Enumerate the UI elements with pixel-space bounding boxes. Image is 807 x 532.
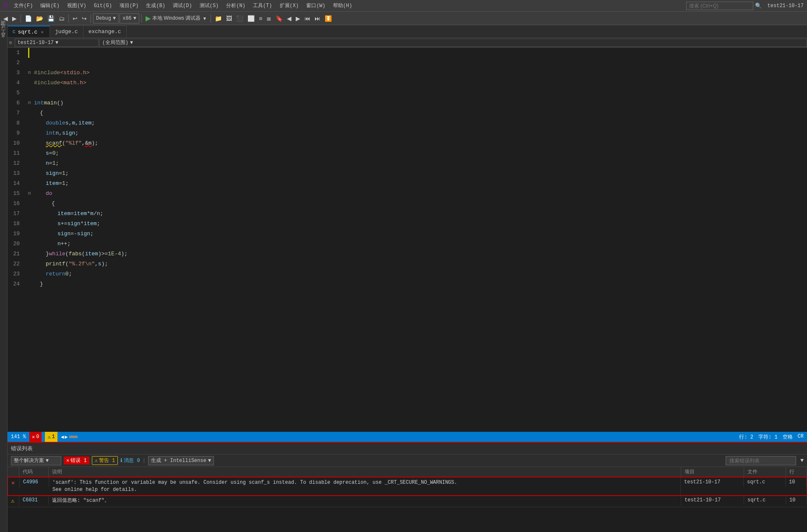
tab-judge-c[interactable]: judge.c bbox=[50, 26, 83, 37]
menu-view[interactable]: 视图(V) bbox=[64, 1, 90, 10]
sidebar-tab-tools[interactable]: 工 bbox=[0, 35, 8, 39]
error-row-2-code: C6031 bbox=[19, 496, 49, 505]
col-header-code[interactable]: 代码 bbox=[19, 467, 49, 477]
error-row-1[interactable]: ✕ C4996 'scanf': This function or variab… bbox=[8, 477, 807, 496]
line-19-eq: = bbox=[70, 229, 74, 239]
line-21-p1: ( bbox=[65, 249, 69, 259]
status-warning-count[interactable]: ⚠ 1 bbox=[45, 432, 57, 442]
line-14-semi: ; bbox=[65, 179, 69, 189]
menu-help[interactable]: 帮助(H) bbox=[330, 1, 356, 10]
scope-left-dropdown[interactable]: test21-10-17 ▼ bbox=[15, 39, 99, 47]
line-13-eq: = bbox=[59, 169, 62, 179]
menu-test[interactable]: 测试(S) bbox=[196, 1, 222, 10]
back-btn[interactable]: ◀ bbox=[2, 14, 10, 23]
collapse-panel-btn[interactable]: ▼ bbox=[800, 457, 804, 464]
warning-badge-btn[interactable]: ⚠ 警告 1 bbox=[92, 456, 118, 465]
sidebar-tab-debug[interactable]: 调 bbox=[0, 27, 8, 30]
debug-btn9[interactable]: ⏬ bbox=[323, 14, 333, 23]
error-row-2-project: test21-10-17 bbox=[681, 496, 744, 505]
line-21-op: >= bbox=[102, 249, 108, 259]
debug-btn6[interactable]: ▶ bbox=[294, 14, 302, 23]
line-22-p2: ); bbox=[102, 259, 108, 269]
status-error-count[interactable]: ✕ 0 bbox=[29, 432, 42, 442]
debug-btn7[interactable]: ⏮ bbox=[303, 14, 312, 23]
error-badge-label: 错误 1 bbox=[70, 457, 86, 464]
menu-project[interactable]: 项目(P) bbox=[116, 1, 142, 10]
undo-btn[interactable]: ↩ bbox=[71, 14, 79, 23]
line-num-1: 1 bbox=[8, 48, 23, 58]
line-12-1: 1 bbox=[52, 158, 56, 169]
tab-sqrt-c[interactable]: C sqrt.c ✕ bbox=[8, 26, 50, 37]
search-error-input[interactable] bbox=[726, 456, 796, 465]
collapse-15[interactable]: ⊟ bbox=[28, 189, 33, 199]
col-header-file[interactable]: 文件 bbox=[744, 467, 786, 477]
error-row-1-file: sqrt.c bbox=[744, 478, 786, 487]
sidebar-tab-debug2[interactable]: 试 bbox=[0, 31, 8, 34]
save-all-btn[interactable]: 🗂 bbox=[57, 14, 66, 23]
debug-btn3[interactable]: ≡ bbox=[257, 14, 264, 23]
line-7-brace: { bbox=[40, 108, 43, 118]
collapse-3[interactable]: ⊟ bbox=[28, 68, 33, 78]
tab-exchange-c[interactable]: exchange.c bbox=[83, 26, 127, 37]
info-badge-btn[interactable]: ℹ 消息 0 bbox=[120, 457, 140, 464]
solution-filter-dropdown[interactable]: 整个解决方案 ▼ bbox=[11, 456, 61, 465]
code-line-5 bbox=[28, 88, 807, 98]
toolbar-sep-5 bbox=[211, 14, 211, 23]
redo-btn[interactable]: ↪ bbox=[80, 14, 89, 23]
debug-btn2[interactable]: ⬜ bbox=[246, 14, 256, 23]
menu-tools[interactable]: 工具(T) bbox=[250, 1, 276, 10]
save-btn[interactable]: 💾 bbox=[46, 14, 56, 23]
code-content[interactable]: ⊟ #include <stdio.h> #include <math.h> ⊟… bbox=[26, 48, 807, 429]
sidebar-tab-tools2[interactable]: 具 bbox=[0, 39, 8, 43]
menu-git[interactable]: Git(G) bbox=[91, 2, 115, 10]
error-badge-btn[interactable]: ✕ 错误 1 bbox=[64, 457, 89, 465]
code-editor[interactable]: 1 2 3 4 5 6 7 8 9 10 11 12 13 14 15 16 1… bbox=[8, 48, 807, 429]
line-13-sign: sign bbox=[46, 169, 59, 179]
open-file-btn[interactable]: 📁 bbox=[213, 14, 224, 23]
line-21-item: item bbox=[85, 249, 98, 259]
line-15-do: do bbox=[46, 189, 52, 199]
col-header-project[interactable]: 项目 bbox=[681, 467, 744, 477]
line-12-eq: = bbox=[49, 158, 52, 169]
scroll-arrows: ◀ ▶ bbox=[61, 434, 78, 440]
line-num-21: 21 bbox=[8, 249, 23, 259]
col-header-line[interactable]: 行 bbox=[786, 467, 807, 477]
bookmark-btn[interactable]: 🔖 bbox=[274, 14, 284, 23]
scope-right-dropdown[interactable]: (全局范围) ▼ bbox=[99, 39, 807, 47]
menu-extensions[interactable]: 扩展(X) bbox=[276, 1, 302, 10]
open-btn[interactable]: 📂 bbox=[34, 14, 45, 23]
menu-edit[interactable]: 编辑(E) bbox=[37, 1, 63, 10]
menu-window[interactable]: 窗口(W) bbox=[303, 1, 329, 10]
screenshot-btn[interactable]: 🖼 bbox=[224, 14, 234, 23]
menu-build[interactable]: 生成(B) bbox=[143, 1, 169, 10]
line-8-item: item bbox=[78, 118, 91, 128]
code-line-9: int n , sign ; bbox=[28, 128, 807, 138]
config-dropdown[interactable]: Debug ▼ bbox=[93, 13, 119, 23]
menu-analyze[interactable]: 分析(N) bbox=[223, 1, 249, 10]
forward-btn[interactable]: ▶ bbox=[10, 14, 18, 23]
search-input[interactable] bbox=[686, 2, 753, 10]
debug-btn5[interactable]: ◀ bbox=[285, 14, 293, 23]
platform-dropdown[interactable]: x86 ▼ bbox=[120, 13, 139, 23]
debug-btn4[interactable]: ≣ bbox=[265, 14, 273, 23]
line-24-brace: } bbox=[40, 279, 43, 289]
col-header-desc[interactable]: 说明 bbox=[49, 467, 681, 477]
menu-file[interactable]: 文件(F) bbox=[10, 1, 36, 10]
line-21-p2: ( bbox=[82, 249, 85, 259]
scroll-left-icon[interactable]: ◀ bbox=[61, 434, 64, 440]
platform-label: x86 bbox=[122, 16, 132, 21]
menu-debug[interactable]: 调试(D) bbox=[169, 1, 195, 10]
collapse-6[interactable]: ⊟ bbox=[28, 98, 33, 108]
build-filter-dropdown[interactable]: 生成 + IntelliSense ▼ bbox=[148, 456, 214, 465]
run-btn[interactable]: ▶ 本地 Windows 调试器 ▼ bbox=[144, 13, 208, 23]
line-8-m: m bbox=[72, 118, 75, 128]
scroll-right-icon[interactable]: ▶ bbox=[65, 434, 68, 440]
debug-btn8[interactable]: ⏭ bbox=[313, 14, 322, 23]
tab-sqrt-c-close[interactable]: ✕ bbox=[40, 29, 44, 35]
new-file-btn[interactable]: 📄 bbox=[23, 14, 34, 23]
error-row-2[interactable]: ⚠ C6031 返回值忽略: "scanf"。 test21-10-17 sqr… bbox=[8, 496, 807, 507]
line-10-p1: ( bbox=[62, 138, 65, 148]
debug-btn1[interactable]: ⬛ bbox=[234, 14, 245, 23]
line-11-s: s bbox=[46, 148, 49, 158]
line-21-p3: ) bbox=[98, 249, 102, 259]
